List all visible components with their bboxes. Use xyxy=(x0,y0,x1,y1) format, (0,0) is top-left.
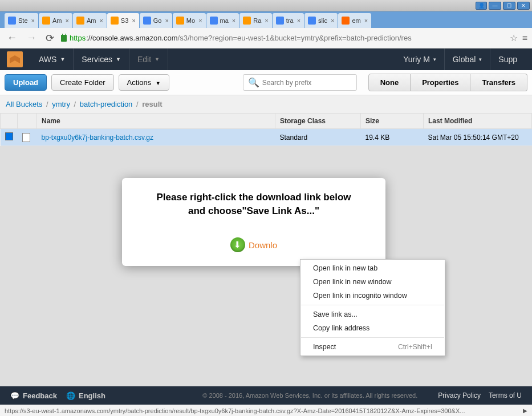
feedback-link[interactable]: 💬 Feedback xyxy=(10,391,57,400)
browser-tab[interactable]: Ste× xyxy=(5,13,38,28)
tab-label: Go xyxy=(153,17,162,24)
download-link[interactable]: ⬇ Downlo xyxy=(230,237,277,252)
browser-tab[interactable]: Ra× xyxy=(239,13,272,28)
browser-tab[interactable]: em× xyxy=(338,13,371,28)
window-user-icon[interactable]: 👤 xyxy=(476,2,487,10)
object-table: Name Storage Class Size Last Modified bp… xyxy=(0,113,532,146)
forward-button: → xyxy=(24,31,39,45)
browser-tab[interactable]: tra× xyxy=(273,13,304,28)
actions-menu-button[interactable]: Actions ▼ xyxy=(119,74,169,91)
context-menu-item[interactable]: Copy link address xyxy=(300,321,445,335)
favicon xyxy=(111,17,119,25)
tab-close-icon[interactable]: × xyxy=(198,17,202,24)
col-storage[interactable]: Storage Class xyxy=(275,114,361,129)
browser-tab[interactable]: S3× xyxy=(107,13,139,28)
cell-storage: Standard xyxy=(275,129,361,146)
bookmark-icon[interactable]: ☆ xyxy=(510,33,518,43)
tab-close-icon[interactable]: × xyxy=(31,17,35,24)
tab-close-icon[interactable]: × xyxy=(132,17,135,24)
table-row[interactable]: bp-txgxu0y6k7j-banking-batch.csv.gz Stan… xyxy=(1,129,532,146)
support-menu[interactable]: Supp xyxy=(490,49,525,70)
edit-label: Edit xyxy=(137,55,151,64)
favicon xyxy=(276,17,284,25)
edit-menu[interactable]: Edit ▼ xyxy=(129,49,168,70)
aws-logo-icon[interactable] xyxy=(7,51,23,67)
col-size[interactable]: Size xyxy=(361,114,424,129)
browser-tab[interactable]: Go× xyxy=(140,13,172,28)
tab-close-icon[interactable]: × xyxy=(65,17,68,24)
browser-tab[interactable]: ma× xyxy=(206,13,239,28)
lock-icon xyxy=(61,35,67,42)
window-titlebar: 👤 — ☐ ✕ xyxy=(0,0,532,11)
breadcrumb: All Buckets / ymtry / batch-prediction /… xyxy=(0,95,532,113)
tab-close-icon[interactable]: × xyxy=(331,17,334,24)
chrome-menu-icon[interactable]: ≡ xyxy=(522,33,527,43)
tab-label: slic xyxy=(318,17,327,24)
browser-tab[interactable]: Am× xyxy=(73,13,107,28)
terms-link[interactable]: Terms of U xyxy=(489,391,522,399)
breadcrumb-bucket[interactable]: ymtry xyxy=(52,100,70,108)
browser-tab[interactable]: Am× xyxy=(39,13,72,28)
browser-tab[interactable]: slic× xyxy=(304,13,338,28)
window-minimize-button[interactable]: — xyxy=(489,2,501,10)
context-menu-item[interactable]: Open link in incognito window xyxy=(300,289,445,302)
back-button[interactable]: ← xyxy=(5,31,19,45)
chevron-down-icon: ▾ xyxy=(433,56,436,62)
speech-bubble-icon: 💬 xyxy=(10,391,19,400)
tab-label: tra xyxy=(286,17,294,24)
breadcrumb-sep: / xyxy=(74,100,76,108)
favicon xyxy=(42,17,50,25)
context-menu-separator xyxy=(301,305,444,305)
search-box[interactable]: 🔍 xyxy=(243,74,357,91)
tab-close-icon[interactable]: × xyxy=(297,17,300,24)
row-checkbox[interactable] xyxy=(5,132,13,140)
breadcrumb-root[interactable]: All Buckets xyxy=(6,100,42,108)
tab-close-icon[interactable]: × xyxy=(99,17,103,24)
tab-transfers[interactable]: Transfers xyxy=(470,74,527,91)
upload-button[interactable]: Upload xyxy=(5,74,47,91)
region-menu[interactable]: Global ▾ xyxy=(445,49,490,70)
favicon xyxy=(342,17,350,25)
aws-menu[interactable]: AWS ▼ xyxy=(31,49,74,70)
create-folder-button[interactable]: Create Folder xyxy=(51,74,113,91)
ctx-inspect[interactable]: Inspect Ctrl+Shift+I xyxy=(300,340,445,354)
privacy-link[interactable]: Privacy Policy xyxy=(438,391,481,399)
tab-label: Am xyxy=(52,17,62,24)
favicon xyxy=(308,17,316,25)
col-name[interactable]: Name xyxy=(37,114,275,129)
search-input[interactable] xyxy=(262,79,352,87)
tab-label: Am xyxy=(87,17,96,24)
context-menu-item[interactable]: Open link in new tab xyxy=(300,261,445,275)
favicon xyxy=(210,17,218,25)
tab-close-icon[interactable]: × xyxy=(232,17,235,24)
tab-close-icon[interactable]: × xyxy=(165,17,168,24)
breadcrumb-folder[interactable]: batch-prediction xyxy=(80,100,133,108)
window-close-button[interactable]: ✕ xyxy=(517,2,530,10)
favicon xyxy=(143,17,151,25)
address-bar[interactable]: https ://console.aws.amazon.com /s3/home… xyxy=(61,34,505,42)
breadcrumb-sep: / xyxy=(46,100,48,108)
context-menu-item[interactable]: Save link as... xyxy=(300,308,445,321)
context-menu: Open link in new tabOpen link in new win… xyxy=(300,259,445,356)
url-host: ://console.aws.amazon.com xyxy=(86,34,177,42)
browser-toolbar: ← → ⟳ https ://console.aws.amazon.com /s… xyxy=(0,28,532,49)
tab-close-icon[interactable]: × xyxy=(364,17,368,24)
download-arrow-icon: ⬇ xyxy=(230,237,245,252)
context-menu-item[interactable]: Open link in new window xyxy=(300,275,445,289)
search-icon: 🔍 xyxy=(248,77,259,88)
reload-button[interactable]: ⟳ xyxy=(43,31,56,46)
window-maximize-button[interactable]: ☐ xyxy=(503,2,515,10)
tab-close-icon[interactable]: × xyxy=(265,17,268,24)
tab-none[interactable]: None xyxy=(368,74,411,91)
browser-tab[interactable]: Mo× xyxy=(173,13,206,28)
file-name-link[interactable]: bp-txgxu0y6k7j-banking-batch.csv.gz xyxy=(42,134,154,142)
chevron-down-icon: ▼ xyxy=(156,80,161,86)
services-menu[interactable]: Services ▼ xyxy=(74,49,129,70)
scroll-right-icon[interactable]: ▶ xyxy=(523,407,527,414)
tab-properties[interactable]: Properties xyxy=(411,74,470,91)
content-area: Please right-click the download link bel… xyxy=(0,146,532,391)
region-label: Global xyxy=(453,55,476,64)
language-link[interactable]: 🌐 English xyxy=(66,391,105,400)
user-menu[interactable]: Yuriy M ▾ xyxy=(395,49,445,70)
col-modified[interactable]: Last Modified xyxy=(424,114,532,129)
